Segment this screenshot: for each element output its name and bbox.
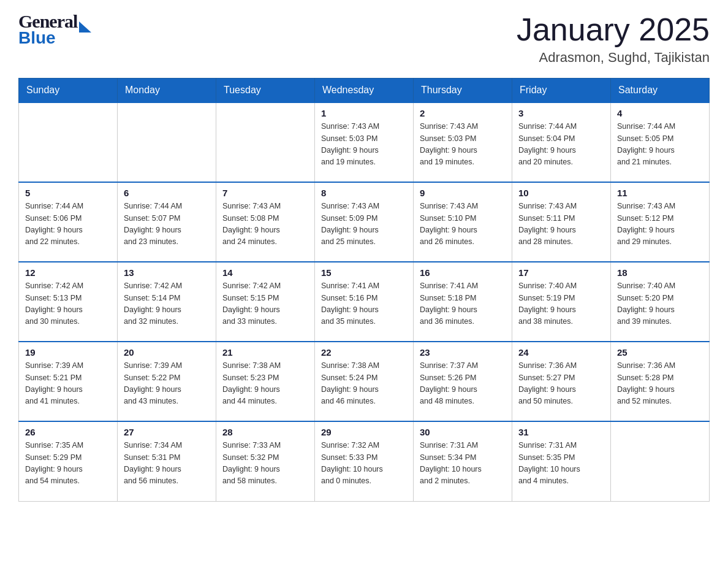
day-info: Sunrise: 7:41 AMSunset: 5:16 PMDaylight:… xyxy=(321,280,407,328)
calendar-cell: 2Sunrise: 7:43 AMSunset: 5:03 PMDaylight… xyxy=(414,102,512,182)
day-header-tuesday: Tuesday xyxy=(216,79,315,103)
day-number: 28 xyxy=(222,427,308,437)
calendar-week-1: 1Sunrise: 7:43 AMSunset: 5:03 PMDaylight… xyxy=(19,102,710,182)
day-info: Sunrise: 7:43 AMSunset: 5:03 PMDaylight:… xyxy=(420,121,506,169)
calendar-cell: 22Sunrise: 7:38 AMSunset: 5:24 PMDayligh… xyxy=(315,342,414,421)
calendar-cell: 1Sunrise: 7:43 AMSunset: 5:03 PMDaylight… xyxy=(315,102,414,182)
day-info: Sunrise: 7:33 AMSunset: 5:32 PMDaylight:… xyxy=(222,440,308,488)
day-number: 27 xyxy=(124,427,210,437)
day-number: 30 xyxy=(420,427,506,437)
day-info: Sunrise: 7:39 AMSunset: 5:21 PMDaylight:… xyxy=(25,360,111,408)
day-header-monday: Monday xyxy=(118,79,216,103)
calendar-cell xyxy=(216,102,315,182)
day-header-row: SundayMondayTuesdayWednesdayThursdayFrid… xyxy=(19,79,710,103)
calendar-cell: 6Sunrise: 7:44 AMSunset: 5:07 PMDaylight… xyxy=(118,182,216,262)
calendar-cell: 20Sunrise: 7:39 AMSunset: 5:22 PMDayligh… xyxy=(118,342,216,421)
day-header-friday: Friday xyxy=(512,79,611,103)
day-number: 4 xyxy=(617,108,703,118)
calendar-body: 1Sunrise: 7:43 AMSunset: 5:03 PMDaylight… xyxy=(19,102,710,501)
day-info: Sunrise: 7:44 AMSunset: 5:04 PMDaylight:… xyxy=(518,121,604,169)
calendar-cell: 7Sunrise: 7:43 AMSunset: 5:08 PMDaylight… xyxy=(216,182,315,262)
day-number: 25 xyxy=(617,347,703,358)
day-info: Sunrise: 7:40 AMSunset: 5:19 PMDaylight:… xyxy=(518,280,604,328)
day-number: 12 xyxy=(25,267,111,278)
page-header: General Blue January 2025 Adrasmon, Sugh… xyxy=(18,12,710,66)
calendar-cell: 12Sunrise: 7:42 AMSunset: 5:13 PMDayligh… xyxy=(19,262,118,342)
day-header-thursday: Thursday xyxy=(414,79,512,103)
day-info: Sunrise: 7:42 AMSunset: 5:15 PMDaylight:… xyxy=(222,280,308,328)
logo: General Blue xyxy=(18,12,91,47)
calendar-cell: 29Sunrise: 7:32 AMSunset: 5:33 PMDayligh… xyxy=(315,421,414,501)
day-number: 31 xyxy=(518,427,604,437)
day-number: 16 xyxy=(420,267,506,278)
day-info: Sunrise: 7:41 AMSunset: 5:18 PMDaylight:… xyxy=(420,280,506,328)
day-number: 26 xyxy=(25,427,111,437)
calendar-cell: 26Sunrise: 7:35 AMSunset: 5:29 PMDayligh… xyxy=(19,421,118,501)
day-info: Sunrise: 7:44 AMSunset: 5:07 PMDaylight:… xyxy=(124,201,210,248)
calendar-cell: 27Sunrise: 7:34 AMSunset: 5:31 PMDayligh… xyxy=(118,421,216,501)
calendar-cell: 15Sunrise: 7:41 AMSunset: 5:16 PMDayligh… xyxy=(315,262,414,342)
day-info: Sunrise: 7:38 AMSunset: 5:23 PMDaylight:… xyxy=(222,360,308,408)
calendar-cell: 25Sunrise: 7:36 AMSunset: 5:28 PMDayligh… xyxy=(611,342,710,421)
calendar-week-3: 12Sunrise: 7:42 AMSunset: 5:13 PMDayligh… xyxy=(19,262,710,342)
calendar-title: January 2025 xyxy=(517,12,710,47)
day-info: Sunrise: 7:38 AMSunset: 5:24 PMDaylight:… xyxy=(321,360,407,408)
day-info: Sunrise: 7:42 AMSunset: 5:13 PMDaylight:… xyxy=(25,280,111,328)
calendar-cell: 19Sunrise: 7:39 AMSunset: 5:21 PMDayligh… xyxy=(19,342,118,421)
day-number: 19 xyxy=(25,347,111,358)
day-info: Sunrise: 7:43 AMSunset: 5:08 PMDaylight:… xyxy=(222,201,308,248)
day-number: 24 xyxy=(518,347,604,358)
calendar-cell: 3Sunrise: 7:44 AMSunset: 5:04 PMDaylight… xyxy=(512,102,611,182)
day-info: Sunrise: 7:44 AMSunset: 5:06 PMDaylight:… xyxy=(25,201,111,248)
calendar-cell: 11Sunrise: 7:43 AMSunset: 5:12 PMDayligh… xyxy=(611,182,710,262)
day-number: 5 xyxy=(25,188,111,198)
day-info: Sunrise: 7:43 AMSunset: 5:03 PMDaylight:… xyxy=(321,121,407,169)
calendar-cell: 30Sunrise: 7:31 AMSunset: 5:34 PMDayligh… xyxy=(414,421,512,501)
day-number: 17 xyxy=(518,267,604,278)
day-header-saturday: Saturday xyxy=(611,79,710,103)
calendar-cell: 10Sunrise: 7:43 AMSunset: 5:11 PMDayligh… xyxy=(512,182,611,262)
calendar-subtitle: Adrasmon, Sughd, Tajikistan xyxy=(517,50,710,66)
calendar-cell: 5Sunrise: 7:44 AMSunset: 5:06 PMDaylight… xyxy=(19,182,118,262)
day-info: Sunrise: 7:42 AMSunset: 5:14 PMDaylight:… xyxy=(124,280,210,328)
calendar-cell: 18Sunrise: 7:40 AMSunset: 5:20 PMDayligh… xyxy=(611,262,710,342)
calendar-cell: 17Sunrise: 7:40 AMSunset: 5:19 PMDayligh… xyxy=(512,262,611,342)
day-info: Sunrise: 7:40 AMSunset: 5:20 PMDaylight:… xyxy=(617,280,703,328)
day-info: Sunrise: 7:39 AMSunset: 5:22 PMDaylight:… xyxy=(124,360,210,408)
calendar-cell xyxy=(118,102,216,182)
calendar-cell: 16Sunrise: 7:41 AMSunset: 5:18 PMDayligh… xyxy=(414,262,512,342)
calendar-cell: 4Sunrise: 7:44 AMSunset: 5:05 PMDaylight… xyxy=(611,102,710,182)
calendar-cell: 13Sunrise: 7:42 AMSunset: 5:14 PMDayligh… xyxy=(118,262,216,342)
day-number: 29 xyxy=(321,427,407,437)
day-info: Sunrise: 7:35 AMSunset: 5:29 PMDaylight:… xyxy=(25,440,111,488)
day-info: Sunrise: 7:43 AMSunset: 5:09 PMDaylight:… xyxy=(321,201,407,248)
day-info: Sunrise: 7:43 AMSunset: 5:11 PMDaylight:… xyxy=(518,201,604,248)
day-info: Sunrise: 7:43 AMSunset: 5:10 PMDaylight:… xyxy=(420,201,506,248)
calendar-cell: 28Sunrise: 7:33 AMSunset: 5:32 PMDayligh… xyxy=(216,421,315,501)
day-number: 10 xyxy=(518,188,604,198)
calendar-cell: 21Sunrise: 7:38 AMSunset: 5:23 PMDayligh… xyxy=(216,342,315,421)
day-number: 21 xyxy=(222,347,308,358)
title-block: January 2025 Adrasmon, Sughd, Tajikistan xyxy=(517,12,710,66)
day-number: 18 xyxy=(617,267,703,278)
calendar-table: SundayMondayTuesdayWednesdayThursdayFrid… xyxy=(18,78,710,502)
day-info: Sunrise: 7:36 AMSunset: 5:27 PMDaylight:… xyxy=(518,360,604,408)
day-number: 22 xyxy=(321,347,407,358)
calendar-header: SundayMondayTuesdayWednesdayThursdayFrid… xyxy=(19,79,710,103)
day-number: 1 xyxy=(321,108,407,118)
calendar-cell: 8Sunrise: 7:43 AMSunset: 5:09 PMDaylight… xyxy=(315,182,414,262)
day-number: 3 xyxy=(518,108,604,118)
day-number: 7 xyxy=(222,188,308,198)
calendar-cell: 23Sunrise: 7:37 AMSunset: 5:26 PMDayligh… xyxy=(414,342,512,421)
day-header-sunday: Sunday xyxy=(19,79,118,103)
calendar-cell: 9Sunrise: 7:43 AMSunset: 5:10 PMDaylight… xyxy=(414,182,512,262)
day-number: 6 xyxy=(124,188,210,198)
day-number: 8 xyxy=(321,188,407,198)
calendar-cell: 31Sunrise: 7:31 AMSunset: 5:35 PMDayligh… xyxy=(512,421,611,501)
calendar-cell: 24Sunrise: 7:36 AMSunset: 5:27 PMDayligh… xyxy=(512,342,611,421)
day-header-wednesday: Wednesday xyxy=(315,79,414,103)
calendar-cell xyxy=(611,421,710,501)
day-info: Sunrise: 7:36 AMSunset: 5:28 PMDaylight:… xyxy=(617,360,703,408)
day-info: Sunrise: 7:34 AMSunset: 5:31 PMDaylight:… xyxy=(124,440,210,488)
calendar-week-5: 26Sunrise: 7:35 AMSunset: 5:29 PMDayligh… xyxy=(19,421,710,501)
